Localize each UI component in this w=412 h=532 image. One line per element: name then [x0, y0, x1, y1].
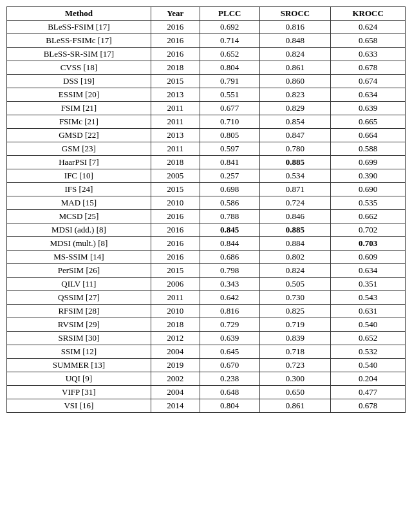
- cell-method: MAD [15]: [7, 196, 151, 210]
- cell-method: RFSIM [28]: [7, 305, 151, 318]
- cell-method: SRSIM [30]: [7, 332, 151, 345]
- cell-srocc: 0.885: [259, 223, 331, 237]
- cell-year: 2016: [151, 48, 200, 61]
- cell-srocc: 0.780: [259, 142, 331, 156]
- cell-method: QILV [11]: [7, 278, 151, 291]
- cell-method: BLeSS-SR-SIM [17]: [7, 48, 151, 61]
- cell-srocc: 0.816: [259, 21, 331, 34]
- cell-srocc: 0.848: [259, 34, 331, 48]
- cell-krocc: 0.477: [331, 386, 406, 399]
- cell-method: UQI [9]: [7, 372, 151, 386]
- table-row: BLeSS-FSIM [17]20160.6920.8160.624: [7, 21, 406, 34]
- cell-year: 2016: [151, 210, 200, 223]
- cell-krocc: 0.532: [331, 345, 406, 359]
- cell-plcc: 0.639: [200, 332, 259, 345]
- cell-plcc: 0.586: [200, 196, 259, 210]
- cell-plcc: 0.805: [200, 129, 259, 142]
- cell-method: GSM [23]: [7, 142, 151, 156]
- cell-year: 2011: [151, 291, 200, 305]
- header-plcc: PLCC: [200, 7, 259, 21]
- cell-year: 2010: [151, 196, 200, 210]
- cell-method: RVSIM [29]: [7, 318, 151, 332]
- cell-srocc: 0.802: [259, 251, 331, 264]
- table-row: FSIM [21]20110.6770.8290.639: [7, 102, 406, 115]
- cell-year: 2006: [151, 278, 200, 291]
- cell-year: 2015: [151, 183, 200, 196]
- table-row: GSM [23]20110.5970.7800.588: [7, 142, 406, 156]
- cell-srocc: 0.824: [259, 264, 331, 278]
- cell-year: 2013: [151, 88, 200, 102]
- cell-year: 2016: [151, 237, 200, 251]
- table-row: IFC [10]20050.2570.5340.390: [7, 169, 406, 183]
- table-row: VIFP [31]20040.6480.6500.477: [7, 386, 406, 399]
- cell-method: GMSD [22]: [7, 129, 151, 142]
- header-krocc: KROCC: [331, 7, 406, 21]
- cell-krocc: 0.588: [331, 142, 406, 156]
- cell-plcc: 0.257: [200, 169, 259, 183]
- cell-plcc: 0.804: [200, 61, 259, 75]
- cell-method: IFC [10]: [7, 169, 151, 183]
- table-row: SUMMER [13]20190.6700.7230.540: [7, 359, 406, 372]
- table-row: QSSIM [27]20110.6420.7300.543: [7, 291, 406, 305]
- cell-krocc: 0.633: [331, 48, 406, 61]
- cell-method: HaarPSI [7]: [7, 156, 151, 169]
- table-row: RVSIM [29]20180.7290.7190.540: [7, 318, 406, 332]
- cell-year: 2018: [151, 318, 200, 332]
- cell-method: IFS [24]: [7, 183, 151, 196]
- cell-method: FSIMc [21]: [7, 115, 151, 129]
- cell-srocc: 0.871: [259, 183, 331, 196]
- cell-srocc: 0.719: [259, 318, 331, 332]
- cell-krocc: 0.702: [331, 223, 406, 237]
- cell-year: 2005: [151, 169, 200, 183]
- cell-krocc: 0.658: [331, 34, 406, 48]
- cell-plcc: 0.677: [200, 102, 259, 115]
- cell-plcc: 0.798: [200, 264, 259, 278]
- table-row: HaarPSI [7]20180.8410.8850.699: [7, 156, 406, 169]
- cell-krocc: 0.703: [331, 237, 406, 251]
- cell-srocc: 0.825: [259, 305, 331, 318]
- cell-krocc: 0.662: [331, 210, 406, 223]
- table-row: RFSIM [28]20100.8160.8250.631: [7, 305, 406, 318]
- cell-srocc: 0.839: [259, 332, 331, 345]
- cell-method: MDSI (mult.) [8]: [7, 237, 151, 251]
- cell-plcc: 0.670: [200, 359, 259, 372]
- cell-plcc: 0.652: [200, 48, 259, 61]
- header-year: Year: [151, 7, 200, 21]
- cell-method: DSS [19]: [7, 75, 151, 88]
- cell-plcc: 0.710: [200, 115, 259, 129]
- table-row: MAD [15]20100.5860.7240.535: [7, 196, 406, 210]
- cell-krocc: 0.204: [331, 372, 406, 386]
- cell-krocc: 0.609: [331, 251, 406, 264]
- table-row: CVSS [18]20180.8040.8610.678: [7, 61, 406, 75]
- cell-year: 2014: [151, 399, 200, 413]
- cell-year: 2004: [151, 386, 200, 399]
- cell-method: VSI [16]: [7, 399, 151, 413]
- cell-plcc: 0.729: [200, 318, 259, 332]
- cell-srocc: 0.534: [259, 169, 331, 183]
- cell-srocc: 0.505: [259, 278, 331, 291]
- cell-srocc: 0.718: [259, 345, 331, 359]
- cell-krocc: 0.665: [331, 115, 406, 129]
- table-row: DSS [19]20150.7910.8600.674: [7, 75, 406, 88]
- cell-srocc: 0.829: [259, 102, 331, 115]
- cell-srocc: 0.847: [259, 129, 331, 142]
- header-method: Method: [7, 7, 151, 21]
- cell-srocc: 0.724: [259, 196, 331, 210]
- cell-plcc: 0.645: [200, 345, 259, 359]
- table-row: ESSIM [20]20130.5510.8230.634: [7, 88, 406, 102]
- cell-krocc: 0.390: [331, 169, 406, 183]
- cell-year: 2015: [151, 75, 200, 88]
- results-table: Method Year PLCC SROCC KROCC BLeSS-FSIM …: [6, 6, 406, 413]
- cell-krocc: 0.535: [331, 196, 406, 210]
- cell-krocc: 0.652: [331, 332, 406, 345]
- table-row: BLeSS-SR-SIM [17]20160.6520.8240.633: [7, 48, 406, 61]
- cell-plcc: 0.791: [200, 75, 259, 88]
- cell-krocc: 0.634: [331, 88, 406, 102]
- cell-krocc: 0.674: [331, 75, 406, 88]
- cell-plcc: 0.841: [200, 156, 259, 169]
- cell-method: MDSI (add.) [8]: [7, 223, 151, 237]
- cell-year: 2016: [151, 34, 200, 48]
- cell-krocc: 0.624: [331, 21, 406, 34]
- table-row: MS-SSIM [14]20160.6860.8020.609: [7, 251, 406, 264]
- cell-year: 2013: [151, 129, 200, 142]
